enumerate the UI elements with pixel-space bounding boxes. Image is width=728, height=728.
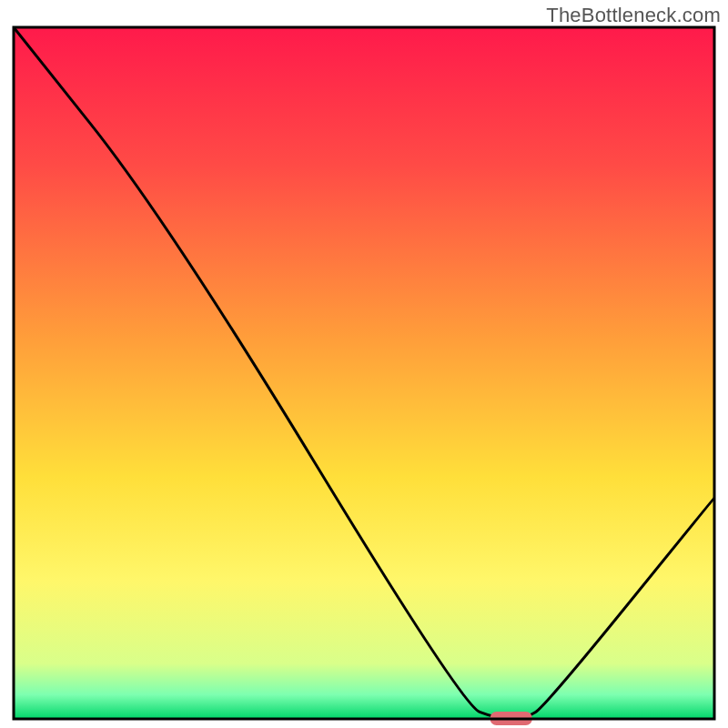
gradient-fill: [14, 27, 714, 719]
chart-canvas: TheBottleneck.com: [0, 0, 728, 728]
watermark-text: TheBottleneck.com: [546, 4, 721, 27]
chart-svg: [0, 0, 728, 728]
